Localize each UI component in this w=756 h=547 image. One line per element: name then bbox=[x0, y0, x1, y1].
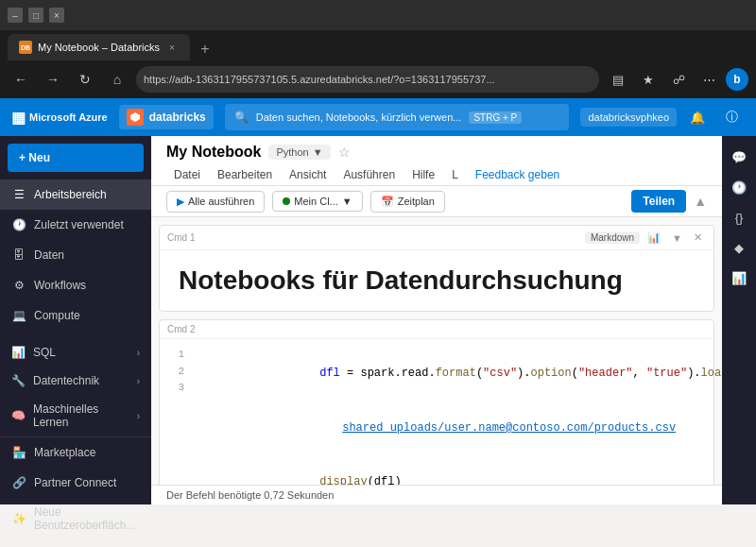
collections-btn[interactable]: ☍ bbox=[665, 66, 692, 93]
settings-btn[interactable]: ⋯ bbox=[696, 66, 722, 93]
schedule-button[interactable]: 📅 Zeitplan bbox=[370, 191, 445, 213]
sql-icon: 📊 bbox=[11, 346, 26, 359]
comments-btn[interactable]: 💬 bbox=[726, 144, 752, 170]
profile-button[interactable]: databricksvphkeo bbox=[580, 108, 677, 127]
address-bar: ← → ↻ ⌂ ▤ ★ ☍ ⋯ b bbox=[0, 60, 756, 98]
code-text[interactable]: dfl = spark.read.format("csv").option("h… bbox=[211, 347, 722, 485]
menu-l[interactable]: L bbox=[444, 164, 466, 185]
datentechnik-group: 🔧 Datentechnik bbox=[11, 374, 99, 387]
sql-group: 📊 SQL bbox=[11, 346, 56, 359]
edge-icon: b bbox=[726, 68, 748, 91]
markdown-content: Notebooks für Datendurchsuchung bbox=[160, 250, 713, 311]
line-1: 1 bbox=[171, 347, 184, 364]
minimize-btn[interactable]: – bbox=[8, 8, 23, 23]
kw-dfl: dfl bbox=[319, 367, 340, 380]
maximize-btn[interactable]: □ bbox=[28, 8, 43, 23]
run-all-label: Alle ausführen bbox=[188, 196, 254, 207]
browser-titlebar: – □ × bbox=[0, 0, 756, 30]
sidebar-label-partner: Partner Connect bbox=[34, 476, 116, 489]
extensions-btn[interactable]: ▤ bbox=[605, 66, 631, 93]
databricks-icon bbox=[127, 109, 144, 126]
str-csv: "csv" bbox=[483, 367, 517, 380]
home-btn[interactable]: ⌂ bbox=[104, 66, 130, 93]
search-bar[interactable]: 🔍 Daten suchen, Notebooks, kürzlich verw… bbox=[225, 104, 570, 130]
sidebar-item-zuletzt[interactable]: 🕐 Zuletzt verwendet bbox=[0, 210, 151, 240]
browser-controls: – □ × bbox=[8, 8, 64, 23]
databricks-logo[interactable]: databricks bbox=[119, 105, 214, 129]
menu-ansicht[interactable]: Ansicht bbox=[282, 164, 334, 185]
sidebar-label-datentechnik: Datentechnik bbox=[33, 374, 99, 387]
cell-close-btn[interactable]: ✕ bbox=[690, 230, 706, 246]
line-2: 2 bbox=[171, 364, 184, 381]
expand-btn[interactable]: ▼ bbox=[668, 231, 686, 246]
maschinelles-icon: 🧠 bbox=[11, 409, 26, 422]
search-shortcut: STRG + P bbox=[469, 111, 522, 124]
sidebar-item-compute[interactable]: 💻 Compute bbox=[0, 300, 151, 331]
maschinelles-group: 🧠 Maschinelles Lernen bbox=[11, 402, 137, 429]
sidebar-item-partner[interactable]: 🔗 Partner Connect bbox=[0, 468, 151, 498]
new-button[interactable]: + Neu bbox=[8, 144, 144, 172]
sidebar-item-arbeitsbereich[interactable]: ☰ Arbeitsbereich bbox=[0, 179, 151, 210]
notebook-header: My Notebook Python ▼ ☆ Datei Bearbeiten … bbox=[151, 136, 722, 186]
marketplace-icon: 🏪 bbox=[11, 445, 26, 460]
cell-1-header: Cmd 1 Markdown 📊 ▼ ✕ bbox=[160, 226, 713, 250]
cell-type-badge[interactable]: Markdown bbox=[585, 231, 640, 244]
sidebar-bottom: 🏪 Marketplace 🔗 Partner Connect ✨ Neue B… bbox=[0, 436, 151, 547]
variables-btn[interactable]: {} bbox=[726, 204, 752, 231]
sidebar-item-sql[interactable]: 📊 SQL › bbox=[0, 338, 151, 367]
code-lines: 1 2 3 dfl = spark.read.format("csv").opt… bbox=[171, 347, 702, 485]
refresh-btn[interactable]: ↻ bbox=[72, 66, 98, 93]
cluster-chevron-icon: ▼ bbox=[342, 196, 352, 207]
toolbar-collapse-icon[interactable]: ▲ bbox=[694, 194, 707, 209]
favorites-btn[interactable]: ★ bbox=[635, 66, 662, 93]
str-true: "true" bbox=[646, 367, 687, 380]
sidebar-item-daten[interactable]: 🗄 Daten bbox=[0, 240, 151, 270]
back-btn[interactable]: ← bbox=[8, 66, 34, 93]
sidebar-label-compute: Compute bbox=[34, 309, 80, 322]
feedback-btn[interactable]: Feedback geben bbox=[468, 164, 567, 185]
chart-btn[interactable]: 📊 bbox=[644, 230, 664, 246]
star-button[interactable]: ☆ bbox=[338, 145, 351, 160]
menu-hilfe[interactable]: Hilfe bbox=[404, 164, 442, 185]
help-btn[interactable]: ⓘ bbox=[718, 104, 745, 130]
datentechnik-icon: 🔧 bbox=[11, 374, 26, 387]
sidebar-item-maschinelles[interactable]: 🧠 Maschinelles Lernen › bbox=[0, 395, 151, 436]
menu-ausfuehren[interactable]: Ausführen bbox=[335, 164, 403, 185]
arbeitsbereich-icon: ☰ bbox=[11, 187, 26, 202]
benutzeroberflaeche-icon: ✨ bbox=[11, 511, 26, 526]
cell-1-actions: Markdown 📊 ▼ ✕ bbox=[585, 230, 706, 246]
sidebar-label-sql: SQL bbox=[33, 346, 56, 359]
workflows-icon: ⚙ bbox=[11, 278, 26, 293]
cluster-button[interactable]: Mein Cl... ▼ bbox=[272, 191, 362, 212]
notifications-btn[interactable]: 🔔 bbox=[684, 104, 711, 130]
sidebar-item-feedback[interactable]: 💬 Feedback geben bbox=[0, 539, 151, 547]
menu-bearbeiten[interactable]: Bearbeiten bbox=[210, 164, 280, 185]
history-btn[interactable]: 🕐 bbox=[726, 174, 752, 200]
chart-panel-btn[interactable]: 📊 bbox=[726, 265, 752, 291]
menu-datei[interactable]: Datei bbox=[166, 164, 208, 185]
forward-btn[interactable]: → bbox=[40, 66, 66, 93]
sidebar-item-datentechnik[interactable]: 🔧 Datentechnik › bbox=[0, 367, 151, 395]
sidebar-label-maschinelles: Maschinelles Lernen bbox=[33, 402, 137, 429]
browser-chrome: – □ × DB My Notebook – Databricks × + ← … bbox=[0, 0, 756, 98]
browser-tab[interactable]: DB My Notebook – Databricks × bbox=[8, 34, 190, 60]
language-label: Python bbox=[276, 146, 308, 158]
sidebar-item-benutzeroberflaeche[interactable]: ✨ Neue Benutzeroberfläch... bbox=[0, 498, 151, 539]
address-input[interactable] bbox=[136, 66, 599, 93]
new-tab-btn[interactable]: + bbox=[194, 38, 216, 60]
run-all-button[interactable]: ▶ Alle ausführen bbox=[166, 191, 265, 213]
line-3: 3 bbox=[171, 380, 184, 397]
sidebar-item-workflows[interactable]: ⚙ Workflows bbox=[0, 270, 151, 300]
cell-2: Cmd 2 1 2 3 dfl = spark.read.format("csv… bbox=[159, 319, 714, 485]
cell-2-cmd: Cmd 2 bbox=[167, 324, 195, 334]
tab-bar: DB My Notebook – Databricks × + bbox=[0, 30, 756, 60]
sidebar-label-marketplace: Marketplace bbox=[34, 446, 95, 459]
sidebar-item-marketplace[interactable]: 🏪 Marketplace bbox=[0, 437, 151, 468]
notebook-body: Cmd 1 Markdown 📊 ▼ ✕ Notebooks für Daten… bbox=[151, 217, 722, 485]
fn-load: load bbox=[701, 367, 722, 380]
sparkui-btn[interactable]: ◆ bbox=[726, 234, 752, 261]
close-tab-btn[interactable]: × bbox=[165, 41, 179, 54]
language-selector[interactable]: Python ▼ bbox=[268, 145, 330, 160]
close-browser-btn[interactable]: × bbox=[49, 8, 64, 23]
share-button[interactable]: Teilen bbox=[631, 190, 686, 213]
